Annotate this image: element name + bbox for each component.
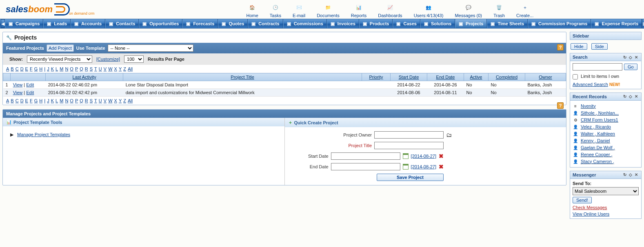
alpha-link[interactable]: I [44,98,45,103]
view-online-link[interactable]: View Online Users [573,212,639,216]
tab-projects[interactable]: ▣Projects [455,19,487,28]
alpha-link[interactable]: N [65,66,68,71]
tab-expense-reports[interactable]: ▣Expense Reports [591,19,642,28]
alpha-link[interactable]: H [39,66,42,71]
recent-link[interactable]: CRM Form Users1 [581,117,618,123]
expand-icon[interactable]: ◇ [628,172,633,177]
topnav-item[interactable]: 💬Messages (0) [450,2,487,18]
alpha-link[interactable]: K [51,98,54,103]
alpha-link[interactable]: U [99,66,102,71]
limit-checkbox[interactable] [573,74,578,79]
alpha-link[interactable]: W [108,66,112,71]
logo[interactable]: salesboom on demand crm [0,0,102,19]
topnav-item[interactable]: 📊Reports [346,2,372,18]
alpha-link[interactable]: Z [123,66,126,71]
alpha-link[interactable]: F [30,98,33,103]
tab-campaigns[interactable]: ▣Campaigns [5,19,43,28]
alpha-link[interactable]: B [11,66,13,71]
alpha-link[interactable]: U [99,98,102,103]
go-button[interactable]: Go [624,64,637,70]
alpha-link[interactable]: E [25,98,28,103]
manage-templates-link[interactable]: Manage Project Templates [17,132,70,137]
alpha-link[interactable]: V [104,66,107,71]
alpha-link[interactable]: D [20,98,24,103]
topnav-item[interactable]: 📁Documents [312,2,344,18]
alpha-link[interactable]: P [75,66,78,71]
tab-invoices[interactable]: ▣Invoices [327,19,359,28]
per-page-select[interactable]: 100 [124,55,144,63]
calendar-icon[interactable] [403,164,409,170]
check-messages-link[interactable]: Check Messages [573,205,639,210]
alpha-link[interactable]: O [70,66,73,71]
recent-link[interactable]: Sithole , Nonhlan... [581,110,619,116]
refresh-icon[interactable]: ↻ [622,94,627,99]
col-title[interactable]: Project Title [231,75,254,79]
owner-input[interactable] [374,131,444,139]
topnav-item[interactable]: 🏠Home [241,2,263,18]
alpha-link[interactable]: H [39,98,42,103]
col-priority[interactable]: Priority [369,75,383,79]
alpha-link[interactable]: M [60,98,63,103]
alpha-link[interactable]: Q [80,66,83,71]
tab-cases[interactable]: ▣Cases [393,19,420,28]
alpha-link[interactable]: L [56,98,58,103]
alpha-link[interactable]: G [34,98,38,103]
alpha-link[interactable]: All [128,98,133,103]
alpha-link[interactable]: P [75,98,78,103]
recent-link[interactable]: Gaelan De Wolf , [581,145,615,150]
expand-icon[interactable]: ◇ [628,94,633,99]
tab-commissions[interactable]: ▣Commissions [283,19,327,28]
view-link[interactable]: View [13,82,23,87]
close-icon[interactable]: ✕ [634,94,639,99]
col-completed[interactable]: Completed [496,75,517,79]
alpha-link[interactable]: X [114,98,117,103]
calendar-icon[interactable] [403,153,409,159]
view-link[interactable]: View [13,90,23,95]
show-select[interactable]: Recently Viewed Projects [27,55,92,63]
recent-link[interactable]: Kenny , Daniel [581,138,610,143]
tab-solutions[interactable]: ▣Solutions [420,19,455,28]
alpha-link[interactable]: D [20,66,24,71]
alpha-link[interactable]: E [25,66,28,71]
alpha-link[interactable]: J [47,98,49,103]
expand-icon[interactable]: ◇ [628,55,633,60]
title-input[interactable] [374,142,444,149]
tab-quotes[interactable]: ▣Quotes [218,19,248,28]
alpha-link[interactable]: S [90,66,93,71]
tab-forecasts[interactable]: ▣Forecasts [182,19,218,28]
close-icon[interactable]: ✕ [634,172,639,177]
add-project-button[interactable]: Add Project [47,44,74,52]
send-to-select[interactable]: Mail Salesboom [573,187,639,195]
topnav-item[interactable]: ✉️E-mail [288,2,310,18]
alpha-link[interactable]: R [85,66,88,71]
tab-accounts[interactable]: ▣Accounts [71,19,105,28]
topnav-item[interactable]: ＋Create... [511,2,538,18]
refresh-icon[interactable]: ↻ [622,55,627,60]
tab-opportunities[interactable]: ▣Opportunities [139,19,182,28]
search-input[interactable] [573,63,622,71]
refresh-icon[interactable]: ↻ [622,172,627,177]
recent-link[interactable]: Velez , Ricardo [581,124,611,130]
alpha-link[interactable]: K [51,66,54,71]
col-activity[interactable]: Last Activity [73,75,96,79]
alpha-link[interactable]: A [6,66,9,71]
clear-icon[interactable]: ✖ [439,163,444,170]
hide-button[interactable]: Hide [571,43,587,50]
side-button[interactable]: Side [591,43,608,50]
lookup-icon[interactable]: 🗂 [446,132,452,138]
close-icon[interactable]: ✕ [634,55,639,60]
alpha-link[interactable]: C [16,98,19,103]
edit-link[interactable]: Edit [26,82,34,87]
recent-link[interactable]: Nvenity [581,104,596,109]
alpha-link[interactable]: X [114,66,117,71]
alpha-link[interactable]: I [44,66,45,71]
tab-contracts[interactable]: ▣Contracts [248,19,283,28]
col-start[interactable]: Start Date [399,75,419,79]
save-project-button[interactable]: Save Project [377,174,444,181]
start-default-link[interactable]: [2014-08-27] [411,154,436,159]
advanced-search-link[interactable]: Advanced Search [573,82,608,87]
tab-contacts[interactable]: ▣Contacts [105,19,139,28]
end-input[interactable] [331,163,400,170]
recent-link[interactable]: Stacy Cameron , [581,159,614,164]
alpha-link[interactable]: V [104,98,107,103]
